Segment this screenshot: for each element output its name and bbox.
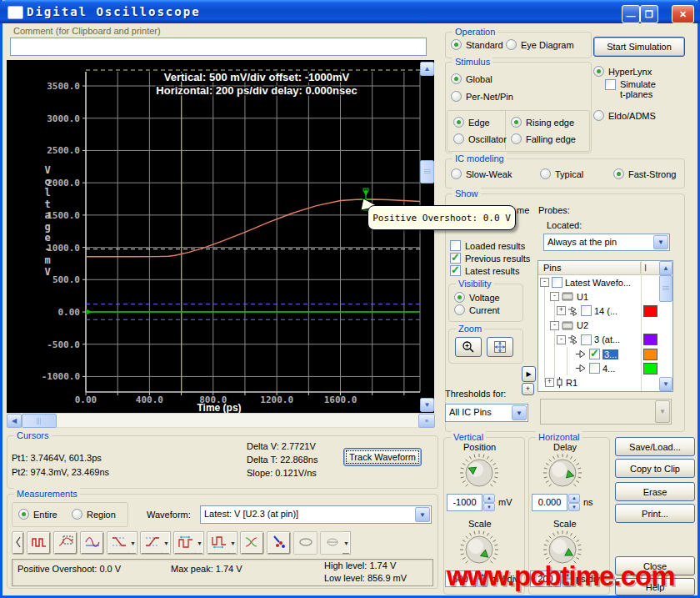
- tree-row[interactable]: +R1: [538, 375, 660, 389]
- rising-edge-radio[interactable]: Rising edge: [511, 117, 574, 128]
- color-swatch[interactable]: [643, 334, 658, 345]
- minimize-icon[interactable]: —: [622, 5, 640, 23]
- spinner-down-icon[interactable]: ▼: [568, 503, 580, 512]
- tree-vscroll-thumb[interactable]: [659, 275, 672, 302]
- radio-icon[interactable]: [18, 509, 29, 520]
- close-icon[interactable]: ✕: [672, 5, 694, 23]
- plot-scroll-down-icon[interactable]: ▼: [420, 398, 434, 412]
- global-radio[interactable]: Global: [451, 73, 492, 84]
- radio-icon[interactable]: [72, 509, 82, 520]
- plot-scroll-right-icon[interactable]: »: [418, 414, 435, 428]
- meas-disabled-1-button[interactable]: [293, 531, 318, 555]
- vertical-position-spinner[interactable]: ▲▼: [483, 494, 495, 511]
- print-button[interactable]: Print...: [615, 504, 695, 523]
- tree-row[interactable]: +14 (...: [538, 304, 660, 318]
- vertical-position-value[interactable]: -1000: [447, 494, 482, 511]
- eldo-adms-radio[interactable]: Eldo/ADMS: [593, 110, 656, 121]
- checkbox-icon[interactable]: [605, 79, 616, 90]
- tree-checkbox[interactable]: [581, 334, 592, 345]
- tree-row[interactable]: -U1: [538, 289, 660, 304]
- title-bar[interactable]: Digital Oscilloscope — ❐ ✕: [0, 0, 700, 23]
- save-load-button[interactable]: Save/Load...: [615, 437, 695, 456]
- loaded-results-checkbox[interactable]: Loaded results: [450, 240, 525, 251]
- radio-icon[interactable]: [506, 39, 517, 50]
- tree-label[interactable]: U1: [577, 292, 588, 302]
- color-swatch[interactable]: [643, 305, 658, 317]
- meas-disabled-2-dropdown[interactable]: ▼: [342, 531, 351, 555]
- plot-scroll-up-icon[interactable]: ▲: [420, 62, 434, 76]
- radio-icon[interactable]: [451, 73, 462, 84]
- meas-pulse-high-dropdown[interactable]: ▼: [196, 531, 204, 555]
- meas-ringback-button[interactable]: [80, 531, 104, 555]
- meas-marker-button[interactable]: [267, 531, 291, 555]
- latest-results-checkbox[interactable]: Latest results: [450, 265, 519, 276]
- meas-disabled-2-button[interactable]: [320, 531, 344, 555]
- tree-label[interactable]: U2: [577, 320, 588, 330]
- pins-column-header[interactable]: Pins: [543, 263, 561, 273]
- tree-pane-plus-button[interactable]: +: [522, 383, 534, 395]
- checkbox-icon[interactable]: [450, 265, 461, 276]
- color-column-header[interactable]: I: [644, 263, 647, 273]
- zoom-fit-button[interactable]: [487, 337, 513, 357]
- tree-row[interactable]: -3 (at...: [538, 333, 660, 347]
- collapse-icon[interactable]: -: [550, 292, 559, 301]
- simulate-tplanes-checkbox[interactable]: Simulate t-planes: [605, 79, 656, 99]
- radio-icon[interactable]: [454, 292, 465, 303]
- radio-icon[interactable]: [451, 91, 462, 102]
- hyperlynx-radio[interactable]: HyperLynx: [593, 66, 652, 77]
- tree-label[interactable]: 3 (at...: [594, 334, 620, 344]
- start-simulation-button[interactable]: Start Simulation: [593, 37, 685, 57]
- spinner-down-icon[interactable]: ▼: [483, 503, 495, 512]
- tree-label[interactable]: 3...: [602, 349, 618, 359]
- slow-weak-radio[interactable]: Slow-Weak: [451, 168, 512, 179]
- meas-falling-edge-button[interactable]: [107, 531, 131, 555]
- comment-input[interactable]: [10, 38, 427, 56]
- checkbox-icon[interactable]: [450, 253, 461, 264]
- tree-row[interactable]: 3...: [538, 347, 660, 361]
- plot-vscroll-thumb[interactable]: [420, 160, 434, 183]
- meas-pulse-high-button[interactable]: [173, 531, 198, 555]
- radio-icon[interactable]: [593, 66, 604, 77]
- meas-pulse-low-button[interactable]: [207, 531, 231, 555]
- vertical-position-knob[interactable]: [457, 450, 502, 495]
- horizontal-delay-value[interactable]: 0.000: [532, 494, 568, 511]
- meas-rising-edge-dropdown[interactable]: ▼: [162, 531, 171, 555]
- collapse-icon[interactable]: -: [550, 321, 559, 330]
- pins-tree-header[interactable]: Pins I: [538, 261, 660, 275]
- meas-falling-edge-dropdown[interactable]: ▼: [129, 531, 138, 555]
- radio-icon[interactable]: [613, 168, 624, 179]
- per-net-pin-radio[interactable]: Per-Net/Pin: [451, 91, 513, 102]
- voltage-radio[interactable]: Voltage: [454, 292, 500, 303]
- color-swatch[interactable]: [643, 349, 658, 360]
- meas-rising-edge-button[interactable]: [140, 531, 164, 555]
- radio-icon[interactable]: [453, 117, 464, 128]
- radio-icon[interactable]: [454, 304, 465, 315]
- radio-icon[interactable]: [511, 133, 522, 144]
- tree-pane-arrow-button[interactable]: ▶: [522, 366, 536, 382]
- track-waveform-button[interactable]: Track Waveform: [343, 448, 422, 466]
- oscilloscope-plot[interactable]: 3500.03000.02500.02000.01500.01000.0500.…: [7, 60, 434, 413]
- erase-button[interactable]: Erase: [615, 482, 695, 501]
- fast-strong-radio[interactable]: Fast-Strong: [613, 168, 676, 179]
- entire-radio[interactable]: Entire: [18, 509, 58, 520]
- radio-icon[interactable]: [593, 110, 604, 121]
- color-swatch[interactable]: [643, 363, 658, 374]
- plot-scroll-left-icon[interactable]: ◀: [7, 414, 22, 428]
- current-radio[interactable]: Current: [454, 304, 500, 315]
- tree-row[interactable]: -U2: [538, 319, 660, 333]
- pins-tree[interactable]: Pins I -Latest Wavefo...-U1+14 (...-U2-3…: [538, 260, 673, 392]
- probes-located-select[interactable]: Always at the pin ▼: [543, 234, 670, 251]
- zoom-in-button[interactable]: [455, 337, 482, 357]
- checkbox-icon[interactable]: [450, 240, 461, 251]
- copy-to-clip-button[interactable]: Copy to Clip: [615, 459, 695, 478]
- tree-label[interactable]: Latest Wavefo...: [565, 278, 631, 288]
- collapse-icon[interactable]: -: [540, 278, 549, 287]
- eye-diagram-radio[interactable]: Eye Diagram: [506, 39, 574, 50]
- maximize-icon[interactable]: ❐: [640, 5, 658, 23]
- spinner-up-icon[interactable]: ▲: [483, 494, 495, 503]
- tree-scroll-down-icon[interactable]: ▼: [659, 377, 672, 391]
- tree-checkbox[interactable]: [589, 363, 600, 374]
- collapse-icon[interactable]: -: [557, 335, 566, 344]
- edge-radio[interactable]: Edge: [453, 117, 490, 128]
- tree-scroll-up-icon[interactable]: ▲: [659, 261, 672, 275]
